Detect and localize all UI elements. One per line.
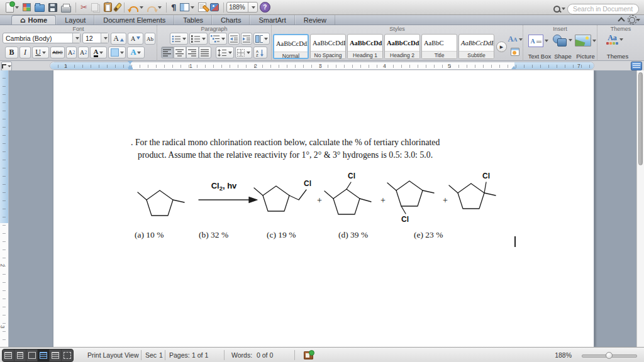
first-line-indent-marker[interactable] (128, 61, 133, 64)
increase-indent-button[interactable] (241, 33, 252, 45)
columns-button[interactable] (253, 33, 270, 45)
sort-az-icon: AZ (256, 49, 265, 57)
font-color-button[interactable]: A (90, 47, 107, 58)
vertical-scrollbar[interactable] (636, 70, 644, 347)
sort-button[interactable]: AZ (253, 47, 267, 58)
help-button[interactable]: ? (258, 1, 272, 14)
insert-shape-button[interactable] (552, 34, 572, 47)
superscript-button[interactable]: A2 (66, 47, 77, 58)
undo-button[interactable] (127, 1, 145, 14)
document-edit-icon (198, 3, 206, 12)
more-styles-button[interactable]: ▶ (496, 41, 507, 52)
new-document-button[interactable] (4, 1, 21, 14)
underline-button[interactable]: U (32, 47, 49, 58)
words-label[interactable]: Words: (231, 348, 252, 362)
align-left-button[interactable] (161, 47, 174, 58)
redo-button[interactable] (145, 1, 164, 14)
style-subtitle[interactable]: AaBbCcDdE Subtitle (458, 34, 494, 59)
open-button[interactable] (33, 1, 47, 14)
style-normal[interactable]: AaBbCcDdEe Normal (273, 34, 309, 59)
multilevel-list-button[interactable] (209, 33, 227, 45)
tab-charts[interactable]: Charts (212, 15, 250, 25)
copy-button[interactable] (89, 1, 102, 14)
text-effects-button[interactable]: A (127, 47, 145, 58)
styles-dialog-button[interactable] (509, 46, 521, 58)
right-indent-marker[interactable] (511, 66, 516, 69)
print-layout-view-button[interactable] (38, 349, 50, 361)
indent-markers[interactable] (128, 61, 133, 70)
outline-view-button[interactable] (14, 349, 26, 361)
line-spacing-button[interactable] (216, 47, 234, 58)
print-button[interactable] (59, 1, 73, 14)
page-canvas[interactable]: . For the radical mono chlorination reac… (53, 70, 594, 347)
style-no-spacing[interactable]: AaBbCcDdEe No Spacing (310, 34, 346, 59)
document-elements-button[interactable] (196, 1, 208, 14)
draft-view-button[interactable] (3, 349, 14, 361)
pages-value[interactable]: 1 of 1 (192, 348, 208, 362)
highlight-button[interactable] (108, 47, 126, 58)
bullets-button[interactable] (170, 33, 188, 45)
section-value[interactable]: 1 (159, 348, 163, 362)
themes-button[interactable]: Aa (606, 34, 623, 45)
style-title[interactable]: AaBbC Title (421, 34, 457, 59)
cut-button[interactable]: ✂ (79, 1, 89, 14)
font-size-combo[interactable]: 12 (82, 33, 109, 43)
align-right-button[interactable] (186, 47, 199, 58)
notebook-view-button[interactable] (50, 349, 62, 361)
bold-button[interactable]: B (5, 47, 18, 58)
justify-button[interactable] (199, 47, 211, 58)
subscript-button[interactable]: A2 (78, 47, 89, 58)
show-formatting-button[interactable]: ¶ (169, 1, 178, 14)
tab-layout[interactable]: Layout (56, 15, 94, 25)
option-b: (b) 32 % (199, 230, 228, 240)
strikethrough-button[interactable]: ABC (50, 47, 65, 58)
clear-formatting-button[interactable]: Ab (145, 33, 155, 45)
search-scope-button[interactable] (552, 3, 567, 15)
shrink-font-button[interactable]: A (128, 33, 143, 45)
pages-label[interactable]: Pages: (169, 348, 190, 362)
zoom-dropdown[interactable] (248, 3, 255, 12)
paste-button[interactable] (102, 1, 114, 14)
print-icon (61, 6, 71, 13)
decrease-indent-button[interactable] (228, 33, 240, 45)
vertical-ruler[interactable]: 2 3 (0, 70, 9, 347)
font-family-combo[interactable]: Cambria (Body) (3, 33, 80, 43)
view-columns-button[interactable] (178, 1, 196, 14)
section-label[interactable]: Sec (145, 348, 157, 362)
scrollbar-thumb[interactable] (638, 72, 643, 165)
insert-textbox-button[interactable]: A (528, 35, 548, 47)
align-center-button[interactable] (174, 47, 186, 58)
zoom-slider-knob[interactable] (606, 352, 613, 359)
style-heading1[interactable]: AaBbCcDd Heading 1 (347, 34, 383, 59)
borders-button[interactable] (235, 47, 252, 58)
italic-button[interactable]: I (19, 47, 31, 58)
gallery-button[interactable] (21, 1, 33, 14)
publishing-view-button[interactable] (26, 349, 38, 361)
tab-stop-selector[interactable] (1, 62, 12, 71)
zoom-combo[interactable]: 188% (226, 2, 258, 13)
fullscreen-view-button[interactable] (62, 349, 73, 361)
grow-font-button[interactable]: A (111, 33, 126, 45)
format-painter-button[interactable] (114, 1, 121, 14)
style-fonts-button[interactable]: AA (508, 33, 522, 45)
left-indent-marker[interactable] (128, 68, 133, 70)
spelling-status-icon[interactable] (304, 351, 313, 359)
ribbon-settings-button[interactable] (629, 17, 640, 23)
save-button[interactable] (47, 1, 59, 14)
tab-tables[interactable]: Tables (174, 15, 212, 25)
open-folder-icon (35, 4, 45, 12)
tab-home[interactable]: ⌂Home (11, 15, 56, 25)
style-heading2[interactable]: AaBbCcDdEe Heading 2 (384, 34, 420, 59)
search-input[interactable] (567, 4, 639, 14)
insert-picture-button[interactable] (575, 35, 596, 47)
tab-review[interactable]: Review (295, 15, 335, 25)
words-value[interactable]: 0 of 0 (257, 348, 273, 362)
media-browser-button[interactable] (208, 1, 221, 14)
draft-view-icon (4, 352, 12, 359)
tab-document-elements[interactable]: Document Elements (94, 15, 174, 25)
collapse-ribbon-icon[interactable] (618, 17, 625, 24)
sidebar-toggle-icon[interactable] (631, 62, 642, 70)
question-line-1: . For the radical mono chlorination reac… (131, 138, 440, 148)
tab-smartart[interactable]: SmartArt (250, 15, 294, 25)
numbering-button[interactable] (189, 33, 208, 45)
